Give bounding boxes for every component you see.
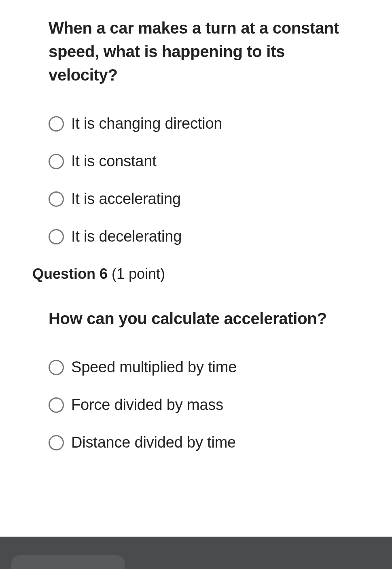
option-label: Speed multiplied by time [71, 359, 237, 376]
radio-option[interactable]: It is changing direction [49, 115, 360, 132]
radio-circle-icon [49, 229, 64, 244]
question-number: Question 6 [32, 265, 108, 282]
radio-circle-icon [49, 435, 64, 450]
question-5-options: It is changing direction It is constant … [49, 115, 360, 245]
radio-option[interactable]: Force divided by mass [49, 396, 360, 414]
option-label: It is constant [71, 153, 157, 170]
bottom-bar [0, 537, 392, 569]
bottom-bar-tab[interactable] [11, 555, 125, 569]
radio-option[interactable]: It is constant [49, 153, 360, 170]
option-label: It is decelerating [71, 228, 182, 245]
radio-circle-icon [49, 154, 64, 169]
question-6-header: Question 6 (1 point) [32, 265, 360, 282]
radio-circle-icon [49, 397, 64, 413]
radio-circle-icon [49, 191, 64, 207]
radio-option[interactable]: It is decelerating [49, 228, 360, 245]
option-label: It is accelerating [71, 190, 181, 208]
option-label: Force divided by mass [71, 396, 223, 414]
question-points: (1 point) [108, 265, 165, 282]
question-5-text: When a car makes a turn at a constant sp… [49, 16, 356, 87]
radio-circle-icon [49, 360, 64, 375]
radio-option[interactable]: It is accelerating [49, 190, 360, 208]
option-label: It is changing direction [71, 115, 222, 132]
radio-circle-icon [49, 116, 64, 132]
radio-option[interactable]: Distance divided by time [49, 434, 360, 451]
option-label: Distance divided by time [71, 434, 236, 451]
radio-option[interactable]: Speed multiplied by time [49, 359, 360, 376]
question-6-options: Speed multiplied by time Force divided b… [49, 359, 360, 451]
question-6-text: How can you calculate acceleration? [49, 307, 356, 330]
quiz-content: When a car makes a turn at a constant sp… [0, 0, 392, 451]
